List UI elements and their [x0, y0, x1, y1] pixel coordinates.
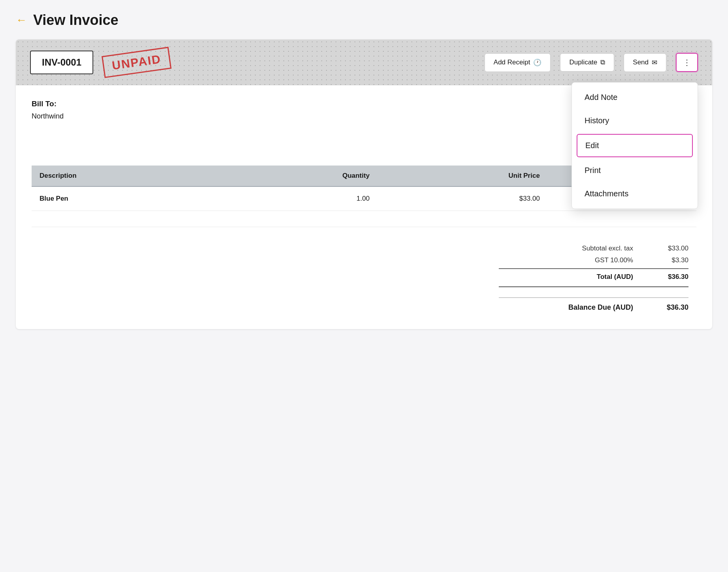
total-value: $36.30 [657, 273, 688, 281]
client-name: Northwind [32, 112, 64, 120]
bill-to-section: Bill To: Northwind [32, 100, 64, 153]
send-label: Send [633, 58, 649, 66]
add-receipt-button[interactable]: Add Receipt 🕐 [485, 53, 551, 72]
row-quantity: 1.00 [222, 186, 377, 211]
dropdown-item-history[interactable]: History [572, 109, 698, 132]
gst-value: $3.30 [657, 256, 688, 264]
total-label: Total (AUD) [538, 273, 633, 281]
totals-section: Subtotal excl. tax $33.00 GST 10.00% $3.… [32, 238, 696, 318]
empty-row [32, 211, 696, 227]
clock-icon: 🕐 [533, 58, 541, 67]
copy-icon: ⧉ [600, 58, 605, 66]
more-options-button[interactable]: ⋮ [676, 53, 698, 72]
bill-to-label: Bill To: [32, 100, 64, 108]
back-button[interactable]: ← [16, 14, 27, 26]
mail-icon: ✉ [652, 58, 657, 67]
dropdown-item-edit[interactable]: Edit [577, 134, 693, 157]
balance-row: Balance Due (AUD) $36.30 [499, 297, 688, 312]
page-title: View Invoice [33, 12, 118, 28]
subtotal-label: Subtotal excl. tax [538, 245, 633, 252]
subtotal-value: $33.00 [657, 245, 688, 252]
invoice-number: INV-0001 [30, 51, 93, 74]
col-description: Description [32, 166, 222, 186]
balance-value: $36.30 [657, 303, 688, 312]
invoice-card: INV-0001 UNPAID Add Receipt 🕐 Duplicate … [16, 40, 712, 329]
row-description: Blue Pen [32, 186, 222, 211]
col-quantity: Quantity [222, 166, 377, 186]
dropdown-item-print[interactable]: Print [572, 159, 698, 182]
subtotal-row: Subtotal excl. tax $33.00 [499, 245, 688, 252]
invoice-toolbar: INV-0001 UNPAID Add Receipt 🕐 Duplicate … [16, 40, 712, 85]
gst-row: GST 10.00% $3.30 [499, 256, 688, 264]
col-unit-price: Unit Price [377, 166, 548, 186]
unpaid-stamp: UNPAID [102, 47, 172, 78]
add-receipt-label: Add Receipt [494, 58, 530, 66]
total-row: Total (AUD) $36.30 [499, 268, 688, 281]
duplicate-button[interactable]: Duplicate ⧉ [560, 53, 614, 72]
total-divider [499, 286, 688, 287]
page-header: ← View Invoice [16, 12, 712, 28]
dropdown-item-add-note[interactable]: Add Note [572, 86, 698, 109]
send-button[interactable]: Send ✉ [624, 53, 666, 72]
dropdown-menu: Add Note History Edit Print Attachments [571, 82, 698, 209]
dropdown-item-attachments[interactable]: Attachments [572, 182, 698, 205]
duplicate-label: Duplicate [569, 58, 597, 66]
row-unit-price: $33.00 [377, 186, 548, 211]
gst-label: GST 10.00% [538, 256, 633, 264]
balance-label: Balance Due (AUD) [538, 303, 633, 312]
